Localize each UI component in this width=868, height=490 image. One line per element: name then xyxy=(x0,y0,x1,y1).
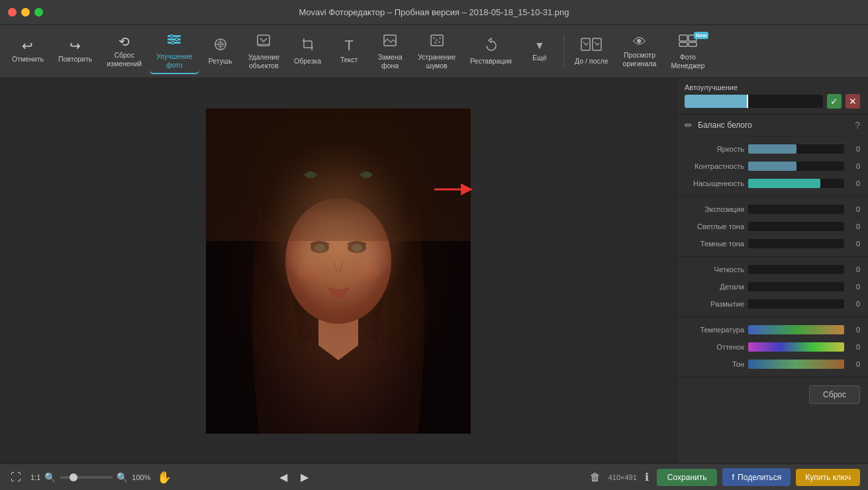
shadows-value: 0 xyxy=(848,240,860,248)
share-label: Поделиться xyxy=(738,473,781,482)
slider-group-exposure: Экспозиция 0 Светлые тона 0 Темные тона … xyxy=(677,197,868,257)
exposure-value: 0 xyxy=(848,205,860,213)
highlights-slider[interactable] xyxy=(748,222,844,231)
bg-replace-icon xyxy=(382,33,398,50)
svg-point-35 xyxy=(314,244,325,252)
maximize-button[interactable] xyxy=(34,8,43,17)
toolbar-item-reset-changes[interactable]: ⟲ Сброс изменений xyxy=(100,29,148,74)
buy-button[interactable]: Купить ключ xyxy=(796,469,860,486)
svg-rect-19 xyxy=(436,39,438,41)
help-icon[interactable]: ? xyxy=(855,120,860,130)
svg-rect-29 xyxy=(206,109,471,434)
toolbar-item-bg[interactable]: Замена фона xyxy=(370,29,410,74)
zoom-in-button[interactable]: 🔍 xyxy=(117,472,128,483)
undo-icon: ↩ xyxy=(22,39,33,52)
toolbar-item-manager[interactable]: Фото Менеджер New xyxy=(664,29,711,74)
hue-slider[interactable] xyxy=(748,342,844,352)
zoom-out-button[interactable]: 🔍 xyxy=(44,472,56,483)
toolbar-item-crop[interactable]: Обрезка xyxy=(287,29,328,74)
toolbar-item-redo[interactable]: ↪ Повторить xyxy=(52,29,99,74)
saturation-value: 0 xyxy=(848,179,860,187)
auto-enhance-fill xyxy=(685,95,747,108)
toolbar-label-more: Ещё xyxy=(532,54,546,62)
crop-icon xyxy=(300,37,316,54)
white-balance-icon: ✏ xyxy=(685,120,693,130)
tone-slider[interactable] xyxy=(748,360,844,369)
highlights-label: Светлые тона xyxy=(685,222,744,230)
temperature-slider[interactable] xyxy=(748,325,844,334)
noise-icon xyxy=(429,33,445,50)
toolbar-label-redo: Повторить xyxy=(58,55,92,64)
toolbar-item-preview[interactable]: 👁 Просмотр оригинала xyxy=(616,29,663,74)
svg-point-30 xyxy=(246,109,431,327)
retouch-icon xyxy=(213,37,228,54)
svg-point-32 xyxy=(285,198,391,324)
blur-slider[interactable] xyxy=(748,299,844,309)
titlebar: Movavi Фоторедактор – Пробная версия – 2… xyxy=(0,0,868,25)
toolbar-item-more[interactable]: ▼ Ещё xyxy=(520,29,559,74)
brightness-fill xyxy=(748,144,796,154)
detail-slider[interactable] xyxy=(748,282,844,291)
tone-fill xyxy=(748,360,844,369)
delete-button[interactable]: 🗑 xyxy=(587,470,603,485)
minimize-button[interactable] xyxy=(21,8,30,17)
restore-icon xyxy=(483,37,499,54)
toolbar-item-beforeafter[interactable]: До / после xyxy=(568,29,615,74)
contrast-slider[interactable] xyxy=(748,162,844,171)
auto-enhance-confirm[interactable]: ✓ xyxy=(827,94,842,109)
toolbar-item-undo[interactable]: ↩ Отменить xyxy=(5,29,50,74)
next-image-button[interactable]: ▶ xyxy=(298,469,311,485)
toolbar-item-noise[interactable]: Устранение шумов xyxy=(411,29,462,74)
canvas-area[interactable] xyxy=(0,78,676,464)
svg-point-5 xyxy=(171,41,174,44)
svg-point-4 xyxy=(175,38,178,40)
exposure-slider[interactable] xyxy=(748,205,844,214)
toolbar-item-restore[interactable]: Реставрация xyxy=(463,29,518,74)
close-button[interactable] xyxy=(8,8,17,17)
shadows-slider[interactable] xyxy=(748,239,844,248)
toolbar-label-text: Текст xyxy=(340,56,358,64)
zoom-controls: 1:1 🔍 🔍 100% xyxy=(30,472,150,483)
white-balance-row: ✏ Баланс белого ? xyxy=(677,115,868,136)
svg-rect-28 xyxy=(689,42,697,46)
fullscreen-button[interactable]: ⛶ xyxy=(8,470,24,485)
slider-group-color: Температура 0 Оттенок 0 Тон 0 xyxy=(677,317,868,377)
svg-rect-20 xyxy=(439,37,441,39)
toolbar-label-preview: Просмотр оригинала xyxy=(623,51,657,68)
save-button[interactable]: Сохранить xyxy=(657,469,718,486)
toolbar-item-retouch[interactable]: Ретушь xyxy=(201,29,240,74)
zoom-slider[interactable] xyxy=(60,476,113,479)
toolbar-label-crop: Обрезка xyxy=(294,57,321,66)
highlights-value: 0 xyxy=(848,222,860,230)
temperature-value: 0 xyxy=(848,326,860,334)
clarity-slider[interactable] xyxy=(748,265,844,274)
auto-enhance-tick xyxy=(747,95,748,108)
auto-enhance-slider[interactable] xyxy=(685,95,823,108)
saturation-slider[interactable] xyxy=(748,179,844,188)
right-panel: Автоулучшение ✓ ✕ ✏ Баланс белого ? Ярко… xyxy=(676,78,868,464)
tone-label: Тон xyxy=(685,360,744,368)
brightness-slider[interactable] xyxy=(748,144,844,154)
window-controls[interactable] xyxy=(8,8,43,17)
pan-tool-icon[interactable]: ✋ xyxy=(157,470,171,485)
info-button[interactable]: ℹ xyxy=(642,469,651,485)
slider-row-clarity: Четкость 0 xyxy=(677,261,868,278)
reset-button[interactable]: Сброс xyxy=(809,385,860,404)
slider-row-brightness: Яркость 0 xyxy=(677,140,868,158)
hue-value: 0 xyxy=(848,343,860,351)
share-button[interactable]: f Поделиться xyxy=(722,468,791,486)
prev-image-button[interactable]: ◀ xyxy=(277,469,290,485)
slider-row-saturation: Насыщенность 0 xyxy=(677,175,868,192)
bottom-right: 🗑 410×491 ℹ Сохранить f Поделиться Купит… xyxy=(587,468,860,486)
reset-section: Сброс xyxy=(677,377,868,412)
saturation-fill xyxy=(748,179,820,188)
toolbar-label-enhance: Улучшение фото xyxy=(156,52,193,69)
svg-rect-0 xyxy=(168,35,181,37)
enhance-icon xyxy=(166,32,182,50)
auto-enhance-cancel[interactable]: ✕ xyxy=(845,94,860,109)
toolbar-item-text[interactable]: T Текст xyxy=(329,29,369,74)
tone-value: 0 xyxy=(848,360,860,368)
reset-changes-icon: ⟲ xyxy=(119,35,130,48)
toolbar-item-remove[interactable]: Удаление объектов xyxy=(242,29,286,74)
toolbar-item-enhance[interactable]: Улучшение фото xyxy=(150,29,199,74)
